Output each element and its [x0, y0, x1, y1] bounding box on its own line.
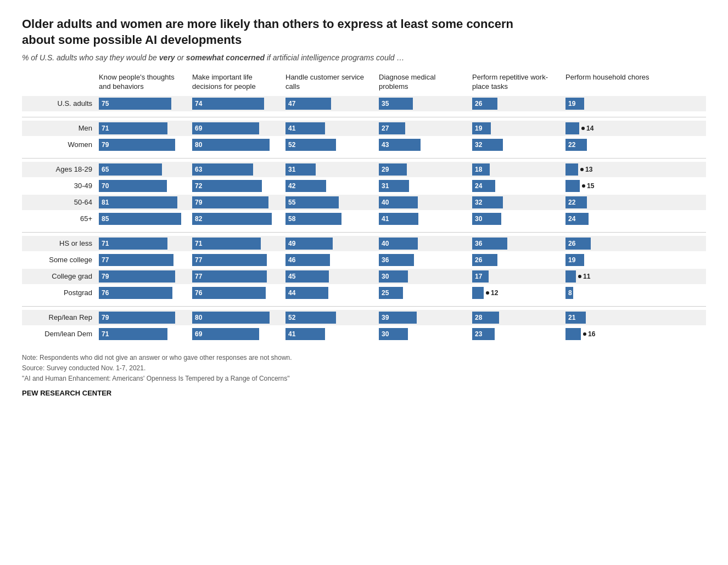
bar-value-outside-label: 16 — [583, 330, 595, 338]
bar: 47 — [285, 98, 331, 110]
row-label: 30-49 — [22, 182, 99, 190]
bar-value-label: 71 — [102, 125, 109, 132]
chart-body: U.S. adults757447352619Men716941271914Wo… — [22, 96, 706, 342]
bars-container: 716941271914 — [99, 122, 659, 134]
bar: 71 — [192, 238, 261, 250]
bars-container: 798052433222 — [99, 139, 659, 151]
bar-value-label: 79 — [195, 199, 202, 206]
bar-value-label: 85 — [102, 215, 109, 223]
bar-cell-1: 72 — [192, 180, 285, 192]
footer-source: Source: Survey conducted Nov. 1-7, 2021. — [22, 364, 145, 372]
bar: 26 — [472, 254, 497, 266]
bar-value-outside-label: 13 — [580, 166, 592, 173]
footer-note: Note: Respondents who did not give an an… — [22, 354, 292, 361]
bar-cell-3: 30 — [379, 328, 472, 340]
bar-value-label: 30 — [382, 273, 389, 280]
row-label: HS or less — [22, 239, 99, 247]
bar-cell-5: 19 — [565, 254, 659, 266]
bar: 71 — [99, 238, 167, 250]
bar: 77 — [99, 254, 173, 266]
col-header-2: Handle customer service calls — [285, 73, 379, 92]
bar-cell-4: 32 — [472, 196, 565, 208]
section-4: Rep/lean Rep798052392821Dem/lean Dem7169… — [22, 310, 706, 342]
bar-value-label: 30 — [382, 330, 389, 338]
bar: 36 — [472, 238, 507, 250]
bar-value-outside-label: 12 — [486, 289, 498, 297]
bar-cell-0: 71 — [99, 238, 192, 250]
table-row: Ages 18-29656331291813 — [22, 162, 706, 177]
bar-value-label: 71 — [102, 240, 109, 247]
bar-value-label: 19 — [568, 256, 575, 264]
bar-cell-1: 74 — [192, 98, 285, 110]
bar-cell-2: 42 — [285, 180, 379, 192]
bar: 19 — [565, 98, 584, 110]
bar-value-label: 21 — [568, 314, 575, 321]
section-2: Ages 18-2965633129181330-497072423124155… — [22, 162, 706, 227]
bar — [472, 287, 484, 299]
bar-cell-3: 40 — [379, 196, 472, 208]
bar-cell-2: 52 — [285, 139, 379, 151]
bar-cell-1: 80 — [192, 312, 285, 324]
bar-value-label: 36 — [475, 240, 482, 247]
dot-marker — [581, 127, 585, 130]
bar: 25 — [379, 287, 403, 299]
bar-cell-5: 11 — [565, 270, 659, 282]
bar — [565, 122, 579, 134]
bar-value-label: 52 — [288, 141, 295, 149]
bar: 31 — [379, 180, 409, 192]
bar-value-label: 76 — [195, 289, 202, 297]
bar: 81 — [99, 196, 177, 208]
bar-value-label: 70 — [102, 182, 109, 190]
bar: 79 — [99, 312, 175, 324]
bar-value-label: 58 — [288, 215, 295, 223]
bars-container: 858258413024 — [99, 213, 659, 225]
bar-value-label: 71 — [102, 330, 109, 338]
bar-cell-5: 22 — [565, 196, 659, 208]
bar-cell-5: 13 — [565, 163, 659, 176]
bar: 82 — [192, 213, 272, 225]
section-divider — [22, 158, 706, 159]
bar: 28 — [472, 312, 499, 324]
bar: 75 — [99, 98, 171, 110]
dot-marker — [582, 184, 585, 188]
bar: 55 — [285, 196, 339, 208]
bar: 40 — [379, 196, 418, 208]
bar: 22 — [565, 196, 587, 208]
bar-cell-3: 35 — [379, 98, 472, 110]
bar-cell-4: 17 — [472, 270, 565, 282]
bar-cell-2: 44 — [285, 287, 379, 299]
bar-value-label: 69 — [195, 125, 202, 132]
bars-container: 76764425128 — [99, 287, 659, 299]
table-row: Rep/lean Rep798052392821 — [22, 310, 706, 325]
row-label: Rep/lean Rep — [22, 313, 99, 321]
bar-cell-0: 79 — [99, 270, 192, 282]
col-header-4: Perform repetitive work-place tasks — [472, 73, 565, 92]
col-header-1: Make important life decisions for people — [192, 73, 285, 92]
bar-cell-1: 69 — [192, 122, 285, 134]
bar-cell-4: 32 — [472, 139, 565, 151]
bar-cell-2: 49 — [285, 238, 379, 250]
bar-cell-2: 52 — [285, 312, 379, 324]
bar-cell-5: 8 — [565, 287, 659, 299]
bar-value-label: 27 — [382, 125, 389, 132]
bar-value-outside-label: 11 — [578, 273, 590, 280]
bar-cell-2: 45 — [285, 270, 379, 282]
row-label: Some college — [22, 256, 99, 264]
dot-marker — [486, 291, 489, 295]
table-row: U.S. adults757447352619 — [22, 96, 706, 111]
col-header-5: Perform household chores — [565, 73, 659, 92]
bar-value-label: 39 — [382, 314, 389, 321]
bar-cell-2: 55 — [285, 196, 379, 208]
bar-value-label: 28 — [475, 314, 482, 321]
bar: 45 — [285, 270, 329, 282]
bar: 76 — [99, 287, 172, 299]
bar-cell-0: 81 — [99, 196, 192, 208]
section-1: Men716941271914Women798052433222 — [22, 121, 706, 152]
bar-cell-2: 46 — [285, 254, 379, 266]
bar-value-label: 79 — [102, 314, 109, 321]
bar-value-label: 75 — [102, 100, 109, 108]
bar-cell-1: 79 — [192, 196, 285, 208]
bar-value-label: 19 — [475, 125, 482, 132]
bar-cell-4: 19 — [472, 122, 565, 134]
bar-cell-3: 29 — [379, 163, 472, 176]
